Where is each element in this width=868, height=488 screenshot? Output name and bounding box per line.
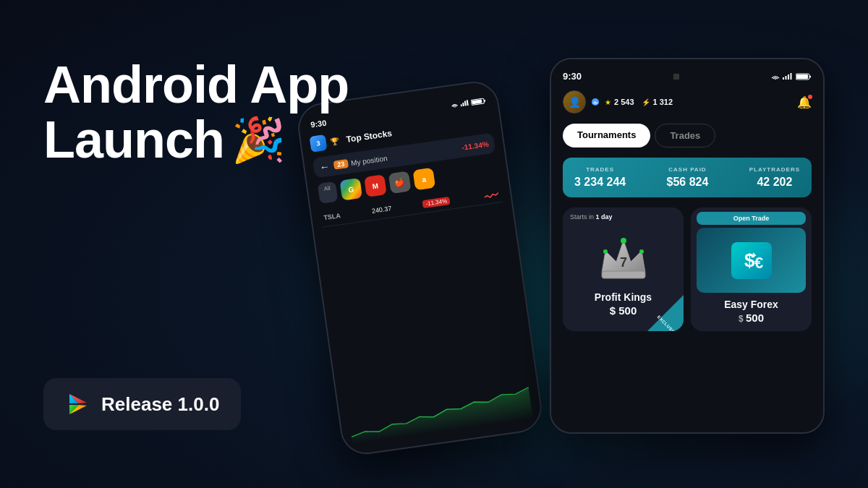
svg-rect-16 (791, 73, 792, 80)
svg-text:7: 7 (619, 255, 626, 270)
profit-kings-image: 7 (563, 223, 684, 288)
notification-dot (808, 95, 812, 99)
easy-forex-price-value: 500 (746, 312, 764, 324)
position-label: My position (351, 154, 388, 167)
wifi-blue-icon-wrapper (592, 98, 599, 106)
wifi-blue-dot (592, 98, 599, 106)
svg-point-22 (621, 238, 626, 244)
release-badge: Release 1.0.0 (43, 378, 241, 430)
svg-rect-8 (467, 100, 469, 106)
amazon-icon: a (412, 168, 435, 191)
all-filter[interactable]: All (318, 181, 339, 204)
starts-in-label: Starts in 1 day (563, 207, 684, 223)
stars-value: 2 543 (614, 98, 634, 106)
wifi-icon (451, 101, 459, 108)
profit-kings-card[interactable]: Starts in 1 day (563, 207, 684, 331)
stars-stat: ★ 2 543 (605, 98, 634, 106)
battery-icon (471, 97, 486, 106)
notification-bell-wrapper: 🔔 (797, 95, 812, 109)
svg-rect-6 (462, 103, 464, 106)
party-emoji: 🎉 (231, 117, 285, 163)
svg-point-12 (775, 79, 776, 80)
lightning-icon: ⚡ (642, 98, 650, 106)
easy-forex-name: Easy Forex (691, 296, 812, 312)
stats-bar: TRADES 3 234 244 CASH PAID $56 824 PLAYT… (563, 158, 812, 197)
svg-point-4 (454, 107, 456, 108)
phone-left-status-icons (451, 97, 486, 108)
trades-stat-value: 3 234 244 (574, 176, 626, 189)
release-label: Release 1.0.0 (101, 393, 219, 416)
phone-right-mockup: 9:30 👤 ★ 2 543 (550, 58, 825, 434)
players-stat-value: 42 202 (757, 176, 792, 189)
mcdonalds-icon: M (364, 174, 387, 197)
cash-stat-label: CASH PAID (668, 166, 706, 173)
easy-forex-card[interactable]: Open Trade $ € (691, 207, 812, 331)
wifi-right-icon (771, 73, 780, 80)
phone-right-status-bar: 9:30 (563, 71, 812, 82)
phone-right-time: 9:30 (563, 71, 582, 82)
apple-icon: 🍎 (388, 171, 412, 194)
tournaments-grid: Starts in 1 day (563, 207, 812, 331)
headline-line1: Android App (43, 58, 349, 113)
crown-icon: 7 (595, 229, 652, 283)
signal-icon (460, 100, 469, 107)
hero-text: Android App Launch 🎉 (43, 58, 349, 167)
google-icon: G (339, 178, 362, 201)
signal-right-icon (783, 73, 793, 80)
user-stats: ★ 2 543 ⚡ 1 312 (605, 98, 791, 106)
svg-rect-15 (788, 74, 789, 80)
phone-right-screen: 9:30 👤 ★ 2 543 (551, 59, 823, 432)
trades-stat-col: TRADES 3 234 244 (574, 166, 626, 189)
cash-stat-col: CASH PAID $56 824 (667, 166, 709, 189)
svg-text:$: $ (744, 249, 755, 271)
forex-icon: $ € (730, 241, 773, 281)
trades-stat-label: TRADES (586, 166, 614, 173)
wifi-small-icon (592, 100, 598, 104)
stock-chart (322, 202, 533, 448)
svg-rect-5 (460, 104, 461, 106)
svg-rect-7 (464, 100, 467, 106)
easy-forex-price: $ 500 (691, 312, 812, 331)
phone-right-status-icons (771, 73, 812, 80)
tab-tournaments[interactable]: Tournaments (563, 124, 650, 147)
tab-trades[interactable]: Trades (655, 124, 715, 147)
user-profile-row: 👤 ★ 2 543 ⚡ 1 312 🔔 (563, 90, 812, 114)
play-store-icon (65, 391, 91, 417)
user-avatar: 👤 (563, 90, 586, 114)
battery-right-icon (796, 73, 812, 80)
svg-rect-20 (602, 271, 645, 278)
players-stat-col: PLAYTRADERS 42 202 (749, 166, 800, 189)
svg-rect-19 (809, 75, 811, 77)
position-change: -11.34% (461, 140, 489, 151)
cash-stat-value: $56 824 (667, 176, 709, 189)
chart-svg (346, 376, 533, 444)
svg-rect-13 (783, 77, 784, 80)
stock-ticker: TSLA (323, 212, 341, 221)
shields-stat: ⚡ 1 312 (642, 98, 673, 106)
sparkline-icon (483, 189, 499, 201)
easy-forex-image: $ € (697, 228, 806, 293)
players-stat-label: PLAYTRADERS (749, 166, 800, 173)
stock-change: -11.34% (422, 196, 451, 207)
svg-point-24 (639, 249, 644, 254)
shields-value: 1 312 (653, 98, 673, 106)
tabs-row: Tournaments Trades (563, 124, 812, 147)
svg-rect-14 (786, 76, 787, 80)
svg-point-23 (603, 249, 608, 254)
svg-rect-18 (796, 74, 808, 79)
headline-line2: Launch 🎉 (43, 113, 349, 168)
dollar-sign: $ (739, 314, 746, 324)
star-icon: ★ (605, 98, 611, 106)
front-camera (673, 74, 679, 80)
top-stocks-title: Top Stocks (346, 128, 393, 145)
svg-text:€: € (754, 254, 763, 272)
open-trade-button[interactable]: Open Trade (697, 212, 806, 225)
stock-price: 240.37 (371, 205, 392, 215)
